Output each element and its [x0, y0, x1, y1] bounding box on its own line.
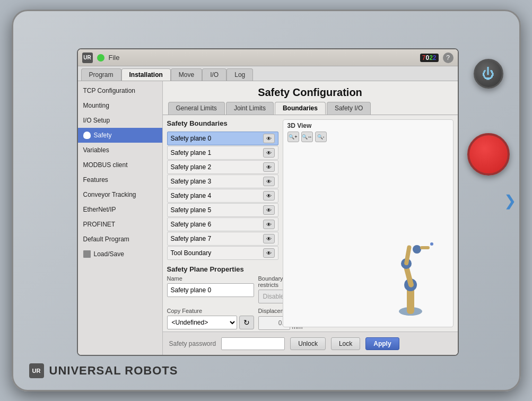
safety-item-label-2: Safety plane 2	[171, 163, 212, 171]
safety-item-label-tool: Tool Boundary	[171, 249, 212, 257]
copy-feature-select[interactable]: <Undefined>	[167, 316, 237, 329]
safety-item-label-1: Safety plane 1	[171, 149, 212, 156]
sidebar-item-conveyor[interactable]: Conveyor Tracking	[78, 187, 162, 202]
sub-tab-boundaries[interactable]: Boundaries	[275, 102, 326, 115]
power-button[interactable]	[474, 59, 503, 89]
safety-list-item-7[interactable]: Safety plane 7 👁	[167, 232, 278, 246]
logo-area: UR UNIVERSAL ROBOTS	[29, 363, 178, 378]
copy-feature-label: Copy Feature	[167, 308, 254, 314]
properties-title: Safety Plane Properties	[167, 265, 278, 273]
right-panel: 3D View 🔍+ 🔍↔ 🔍-	[283, 119, 453, 327]
name-input[interactable]	[167, 283, 254, 297]
floppy-icon	[83, 250, 91, 258]
version-badge: 7022	[420, 54, 439, 62]
content-area: Safety Configuration General Limits Join…	[163, 81, 458, 355]
sidebar: TCP Configuration Mounting I/O Setup Saf…	[78, 81, 163, 355]
file-menu[interactable]: File	[109, 54, 120, 62]
estop-button[interactable]	[467, 133, 510, 176]
safety-boundaries-title: Safety Boundaries	[167, 119, 278, 127]
device-frame: UR File 7022 ? Program Installation Move…	[12, 10, 521, 391]
safety-item-label-0: Safety plane 0	[171, 135, 212, 142]
safety-list-item-0[interactable]: Safety plane 0 👁	[167, 132, 278, 145]
sidebar-item-profinet[interactable]: PROFINET	[78, 217, 162, 232]
eye-btn-7[interactable]: 👁	[263, 234, 275, 243]
password-label: Safety password	[169, 340, 216, 347]
safety-list-item-3[interactable]: Safety plane 3 👁	[167, 175, 278, 188]
shield-icon	[83, 132, 91, 139]
sidebar-item-modbus[interactable]: MODBUS client	[78, 158, 162, 172]
title-bar: UR File 7022 ?	[78, 49, 458, 66]
eye-btn-3[interactable]: 👁	[263, 177, 275, 186]
app-window: UR File 7022 ? Program Installation Move…	[78, 49, 458, 355]
safety-list-item-4[interactable]: Safety plane 4 👁	[167, 189, 278, 203]
screen-area: UR File 7022 ? Program Installation Move…	[77, 48, 459, 356]
sidebar-label-modbus: MODBUS client	[83, 161, 128, 169]
svg-point-6	[413, 245, 421, 254]
tab-io[interactable]: I/O	[202, 68, 226, 81]
props-grid: Name Boundary restricts Disabled	[167, 275, 278, 330]
sub-tab-safety-io[interactable]: Safety I/O	[327, 102, 371, 115]
safety-list-item-tool[interactable]: Tool Boundary 👁	[167, 246, 278, 260]
zoom-in-button[interactable]: 🔍+	[287, 132, 299, 142]
copy-feature-group: Copy Feature <Undefined> ↻	[167, 308, 254, 330]
tab-move[interactable]: Move	[171, 68, 202, 81]
name-prop-group: Name	[167, 275, 254, 303]
eye-btn-0[interactable]: 👁	[263, 134, 275, 143]
properties-section: Safety Plane Properties Name Boundary re…	[167, 265, 278, 330]
safety-boundaries-list: Safety plane 0 👁 Safety plane 1 👁 Safety…	[167, 132, 278, 260]
safety-list-item-6[interactable]: Safety plane 6 👁	[167, 217, 278, 231]
apply-button[interactable]: Apply	[365, 337, 399, 350]
sub-tab-general-limits[interactable]: General Limits	[168, 102, 225, 115]
help-button[interactable]: ?	[443, 53, 453, 63]
eye-btn-1[interactable]: 👁	[263, 148, 275, 158]
sidebar-item-mounting[interactable]: Mounting	[78, 98, 162, 113]
main-tab-bar: Program Installation Move I/O Log	[78, 66, 458, 81]
logo-icon: UR	[29, 363, 44, 378]
sidebar-label-io: I/O Setup	[83, 117, 110, 124]
sidebar-label-default-program: Default Program	[83, 236, 129, 243]
safety-item-label-7: Safety plane 7	[171, 235, 212, 242]
panel-body: Safety Boundaries Safety plane 0 👁 Safet…	[163, 115, 458, 332]
sidebar-item-default-program[interactable]: Default Program	[78, 232, 162, 247]
eye-btn-tool[interactable]: 👁	[263, 248, 275, 258]
sidebar-item-tcp[interactable]: TCP Configuration	[78, 83, 162, 98]
safety-list-item-5[interactable]: Safety plane 5 👁	[167, 203, 278, 217]
sidebar-item-io-setup[interactable]: I/O Setup	[78, 113, 162, 128]
tab-installation[interactable]: Installation	[121, 68, 171, 81]
sidebar-item-safety[interactable]: Safety	[78, 128, 162, 143]
zoom-out-button[interactable]: 🔍-	[315, 132, 327, 142]
sidebar-label-features: Features	[83, 176, 108, 184]
safety-item-label-5: Safety plane 5	[171, 206, 212, 214]
sidebar-item-features[interactable]: Features	[78, 172, 162, 187]
sidebar-item-load-save[interactable]: Load/Save	[78, 247, 162, 261]
view-3d: 3D View 🔍+ 🔍↔ 🔍-	[283, 119, 453, 327]
view-3d-title: 3D View	[283, 120, 453, 132]
safety-list-item-1[interactable]: Safety plane 1 👁	[167, 146, 278, 160]
version-two2: 2	[433, 54, 437, 62]
sidebar-label-conveyor: Conveyor Tracking	[83, 191, 136, 198]
unlock-button[interactable]: Unlock	[290, 337, 326, 350]
sidebar-item-ethernet[interactable]: EtherNet/IP	[78, 202, 162, 217]
safety-list-item-2[interactable]: Safety plane 2 👁	[167, 160, 278, 174]
sub-tab-bar: General Limits Joint Limits Boundaries S…	[163, 102, 458, 115]
password-input[interactable]	[221, 337, 285, 350]
eye-btn-2[interactable]: 👁	[263, 162, 275, 172]
eye-btn-6[interactable]: 👁	[263, 220, 275, 229]
eye-btn-5[interactable]: 👁	[263, 205, 275, 215]
sidebar-label-ethernet: EtherNet/IP	[83, 206, 116, 213]
sidebar-item-variables[interactable]: Variables	[78, 143, 162, 158]
zoom-controls: 🔍+ 🔍↔ 🔍-	[283, 132, 453, 142]
safety-item-label-3: Safety plane 3	[171, 178, 212, 185]
refresh-button[interactable]: ↻	[239, 316, 254, 329]
chevron-right-button[interactable]: ❯	[504, 192, 516, 210]
tab-program[interactable]: Program	[81, 68, 121, 81]
sidebar-label-profinet: PROFINET	[83, 221, 116, 228]
svg-point-8	[430, 242, 433, 246]
lock-button[interactable]: Lock	[331, 337, 360, 350]
copy-feature-row: <Undefined> ↻	[167, 316, 254, 329]
tab-log[interactable]: Log	[226, 68, 253, 81]
sub-tab-joint-limits[interactable]: Joint Limits	[226, 102, 274, 115]
eye-btn-4[interactable]: 👁	[263, 191, 275, 201]
zoom-fit-button[interactable]: 🔍↔	[301, 132, 313, 142]
sidebar-label-variables: Variables	[83, 146, 109, 154]
